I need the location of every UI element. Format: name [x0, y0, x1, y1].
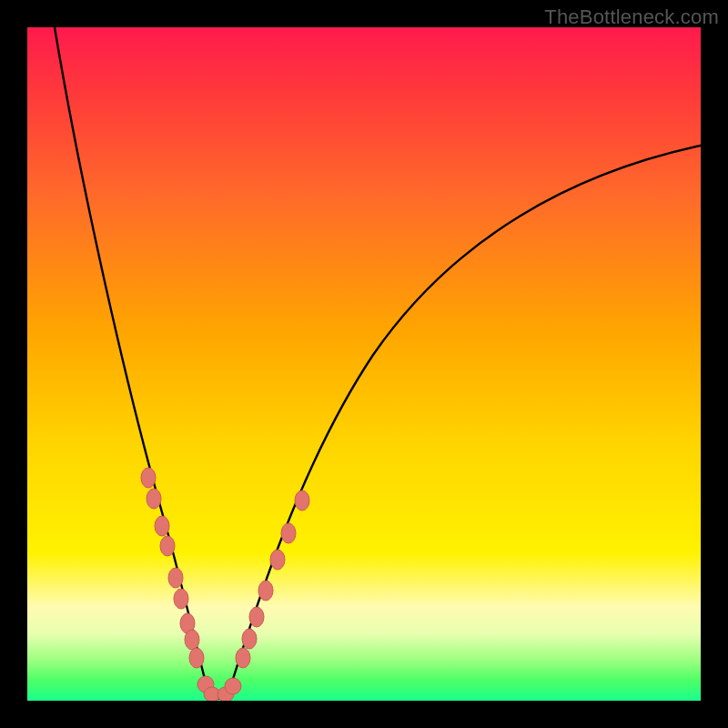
marker [174, 589, 188, 609]
marker [147, 489, 161, 509]
marker [281, 523, 296, 543]
watermark-text: TheBottleneck.com [544, 5, 719, 29]
marker [236, 648, 250, 668]
marker [258, 581, 273, 601]
marker [249, 607, 264, 627]
marker [270, 550, 285, 570]
curve-layer [27, 27, 701, 701]
marker [155, 516, 169, 536]
marker [242, 629, 257, 649]
marker [185, 630, 199, 650]
marker [189, 648, 204, 668]
marker [160, 536, 175, 556]
right-branch-curve [228, 146, 701, 696]
markers-group [141, 468, 309, 701]
marker [225, 678, 241, 694]
marker [141, 468, 156, 488]
chart-stage: TheBottleneck.com [0, 0, 728, 728]
plot-area [27, 27, 701, 701]
marker [168, 568, 183, 588]
marker [295, 490, 309, 511]
